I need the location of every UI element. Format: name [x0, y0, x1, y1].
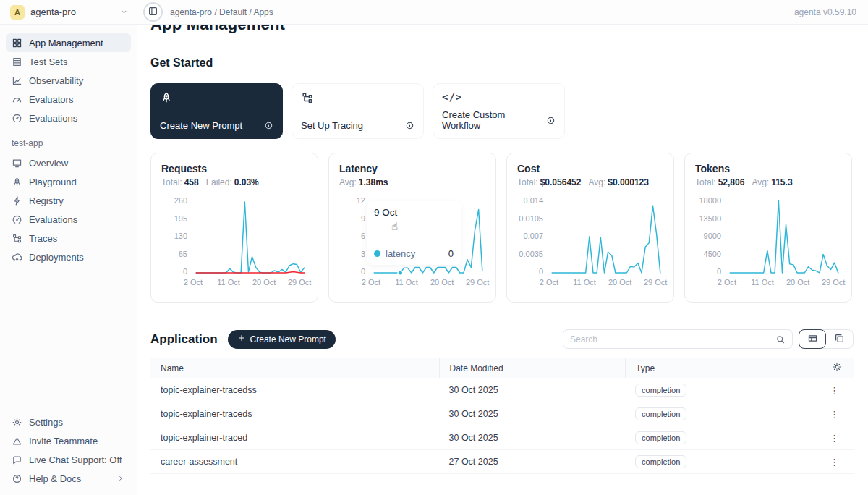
column-header-date-modified[interactable]: Date Modified [439, 358, 626, 378]
sidebar-item-evaluations[interactable]: Evaluations [6, 109, 131, 127]
speedometer-icon [12, 214, 22, 225]
sidebar-item-evaluators[interactable]: Evaluators [6, 90, 131, 109]
plus-icon [237, 334, 246, 344]
view-toggle [799, 329, 854, 349]
create-new-prompt-button[interactable]: Create New Prompt [228, 330, 336, 349]
card-view-button[interactable] [825, 330, 853, 348]
x-tick-label: 29 Oct [822, 278, 845, 287]
tooltip-series-row: latency0 [374, 248, 454, 259]
observability-icon [12, 75, 22, 86]
x-axis: 2 Oct11 Oct20 Oct29 Oct [727, 278, 841, 289]
chart-card-latency: LatencyAvg:1.38ms1296302 Oct11 Oct20 Oct… [328, 153, 496, 302]
sidebar-item-label: Observability [29, 75, 83, 86]
y-axis: 260195130650 [161, 196, 193, 276]
sidebar-item-label: Live Chat Support: Off [29, 454, 122, 465]
cell-type: completion [625, 407, 780, 420]
table-view-button[interactable] [799, 329, 826, 349]
sidebar-item-app-traces[interactable]: Traces [6, 229, 131, 248]
cell-name: career-assessment [150, 457, 439, 467]
y-axis: 1800013500900045000 [695, 196, 727, 276]
row-menu-button[interactable]: ⋮ [790, 433, 854, 444]
info-icon[interactable] [546, 116, 556, 125]
x-tick-label: 2 Oct [362, 278, 380, 287]
create-new-prompt-button-label: Create New Prompt [250, 334, 326, 344]
chart-card-requests: RequestsTotal:458Failed:0.03%26019513065… [150, 153, 318, 302]
get-started-card-create-new-prompt[interactable]: Create New Prompt [150, 83, 283, 139]
get-started-card-label: Set Up Tracing [301, 120, 363, 131]
table-row[interactable]: topic-explainer-traced30 Oct 2025complet… [150, 426, 854, 450]
sidebar-item-footer-settings[interactable]: Settings [6, 412, 131, 431]
row-menu-button[interactable]: ⋮ [790, 457, 854, 468]
workspace-avatar: A [10, 5, 25, 20]
question-icon [12, 473, 22, 484]
sidebar-item-footer-live-chat-support-off[interactable]: Live Chat Support: Off [6, 450, 131, 469]
applications-table: Name Date Modified Type topic-explainer-… [150, 358, 854, 474]
workspace-name: agenta-pro [30, 7, 76, 17]
info-icon[interactable] [405, 121, 414, 130]
type-badge: completion [635, 384, 686, 397]
get-started-title: Get Started [150, 56, 854, 69]
y-tick-label: 4500 [704, 250, 721, 258]
x-tick-label: 11 Oct [395, 278, 418, 287]
x-tick-label: 11 Oct [217, 278, 240, 287]
sidebar-item-footer-invite-teammate[interactable]: Invite Teammate [6, 431, 131, 450]
chart-plot-cost[interactable] [549, 196, 663, 276]
sidebar-item-app-registry[interactable]: Registry [6, 191, 131, 210]
sidebar-item-app-deployments[interactable]: Deployments [6, 248, 131, 266]
sidebar-item-label: Traces [29, 233, 57, 244]
info-icon[interactable] [264, 121, 273, 130]
y-tick-label: 9 [361, 214, 365, 223]
sidebar-item-app-playground[interactable]: Playground [6, 172, 131, 191]
rocket-icon [12, 177, 22, 187]
chart-stat: Failed:0.03% [206, 177, 259, 187]
table-view-icon [807, 333, 818, 346]
get-started-cards-row: Create New PromptSet Up Tracing</>Create… [150, 83, 854, 139]
x-tick-label: 29 Oct [466, 278, 489, 287]
get-started-card-set-up-tracing[interactable]: Set Up Tracing [292, 83, 424, 139]
x-tick-label: 20 Oct [786, 278, 809, 287]
invite-icon [12, 436, 22, 447]
sidebar-item-observability[interactable]: Observability [6, 71, 131, 90]
x-axis: 2 Oct11 Oct20 Oct29 Oct [193, 278, 307, 289]
x-tick-label: 2 Oct [184, 278, 203, 287]
get-started-card-create-custom-workflow[interactable]: </>Create Custom Workflow [433, 83, 565, 139]
sidebar-item-app-management[interactable]: App Management [6, 33, 131, 52]
row-menu-button[interactable]: ⋮ [790, 409, 854, 420]
sidebar-main-list: App ManagementTest SetsObservabilityEval… [6, 33, 131, 127]
workspace-selector[interactable]: A agenta-pro [0, 5, 137, 20]
y-tick-label: 0.014 [523, 196, 543, 205]
sidebar-item-app-overview[interactable]: Overview [6, 153, 131, 172]
chart-stats-row: Total:52,806Avg:115.3 [695, 177, 841, 187]
table-body: topic-explainer-tracedss30 Oct 2025compl… [150, 378, 854, 474]
cell-date-modified: 30 Oct 2025 [439, 433, 626, 443]
lightning-icon [12, 195, 22, 206]
gear-icon[interactable] [832, 362, 842, 374]
speedometer-icon [12, 113, 22, 124]
y-tick-label: 0 [539, 267, 543, 276]
chart-card-tokens: TokensTotal:52,806Avg:115.31800013500900… [684, 153, 852, 302]
chart-plot-tokens[interactable] [727, 196, 841, 276]
breadcrumb[interactable]: agenta-pro / Default / Apps [170, 7, 273, 17]
x-axis: 2 Oct11 Oct20 Oct29 Oct [549, 278, 663, 289]
row-menu-button[interactable]: ⋮ [790, 385, 854, 396]
table-row[interactable]: career-assessment27 Oct 2025completion⋮ [150, 450, 854, 474]
column-header-type[interactable]: Type [625, 358, 780, 378]
version-label: agenta v0.59.10 [794, 7, 868, 17]
chevron-right-icon [116, 474, 125, 483]
sidebar-collapse-button[interactable] [143, 2, 163, 22]
column-header-name[interactable]: Name [150, 363, 439, 373]
chart-plot-requests[interactable] [193, 196, 307, 276]
sidebar-item-label: Overview [29, 158, 68, 169]
table-row[interactable]: topic-explainer-traceds30 Oct 2025comple… [150, 402, 854, 426]
sidebar-item-label: Playground [29, 177, 77, 187]
search-input[interactable] [570, 334, 775, 344]
sidebar-item-label: Evaluations [29, 113, 77, 124]
sidebar-item-footer-help-docs[interactable]: Help & Docs [6, 469, 131, 488]
chart-stat: Avg:1.38ms [339, 177, 388, 187]
gear-icon [12, 417, 22, 428]
panel-left-icon [148, 6, 158, 19]
sidebar-item-app-evaluations[interactable]: Evaluations [6, 210, 131, 229]
grid-icon [12, 38, 22, 48]
sidebar-item-test-sets[interactable]: Test Sets [6, 52, 131, 71]
table-row[interactable]: topic-explainer-tracedss30 Oct 2025compl… [150, 378, 854, 402]
